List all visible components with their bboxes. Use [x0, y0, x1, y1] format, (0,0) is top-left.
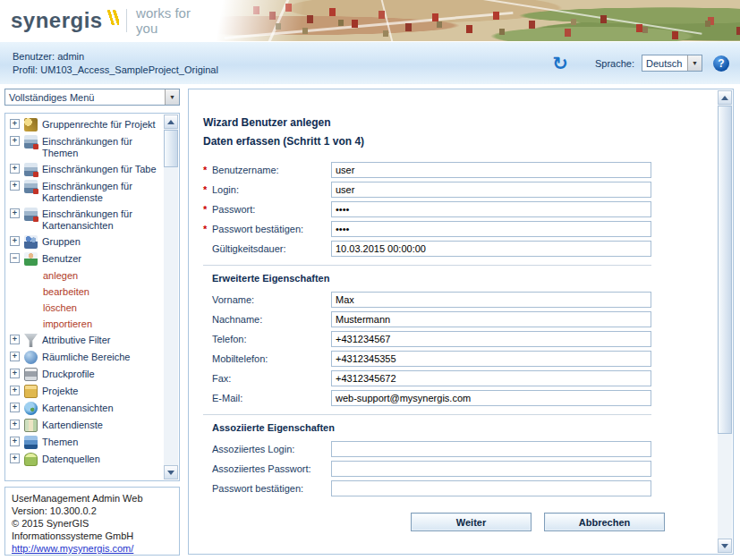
language-select[interactable]: Deutsch ▼	[642, 55, 702, 72]
info-bar-right: ↻ Sprache: Deutsch ▼ ?	[552, 55, 729, 72]
required-marker: *	[203, 204, 212, 215]
expand-icon[interactable]: +	[10, 236, 20, 246]
passwort-input[interactable]	[331, 201, 651, 217]
logo-slash-icon	[106, 10, 119, 25]
required-marker: *	[203, 184, 212, 195]
vorname-input[interactable]	[331, 292, 651, 308]
login-input[interactable]	[331, 182, 651, 198]
permissions-icon	[24, 118, 38, 132]
tree-item-druckprofile[interactable]: + Druckprofile	[6, 366, 164, 383]
expand-icon[interactable]: +	[10, 119, 20, 129]
collapse-icon[interactable]: −	[10, 253, 20, 263]
expand-icon[interactable]: +	[10, 136, 20, 146]
tree-item-benutzer[interactable]: − Benutzer	[6, 250, 164, 267]
field-label: Gültigkeitsdauer:	[212, 243, 331, 254]
nachname-input[interactable]	[331, 311, 651, 327]
main-scrollbar[interactable]	[718, 90, 732, 553]
tree-scrollbar-thumb[interactable]	[164, 130, 178, 167]
form-row-gueltigkeitsdauer: Gültigkeitsdauer:	[203, 241, 653, 257]
button-row: Weiter Abbrechen	[203, 513, 665, 531]
brand: synergis works for you	[0, 0, 213, 41]
tree-item-benutzer-importieren[interactable]: importieren	[6, 316, 164, 332]
tree-item-benutzer-loeschen[interactable]: löschen	[6, 300, 164, 316]
company-link[interactable]: http://www.mysynergis.com/	[12, 543, 133, 554]
tree-scrollbar[interactable]	[164, 115, 178, 479]
refresh-icon[interactable]: ↻	[552, 55, 568, 72]
form-row-login: * Login:	[203, 182, 653, 198]
form-row-passwort-bestaetigen: * Passwort bestätigen:	[203, 221, 653, 237]
tree-item-benutzer-bearbeiten[interactable]: bearbeiten	[6, 284, 164, 300]
tree-item-projekte[interactable]: + Projekte	[6, 383, 164, 400]
wizard-form: Wizard Benutzer anlegen Daten erfassen (…	[189, 89, 718, 554]
main-scrollbar-thumb[interactable]	[718, 106, 732, 434]
form-row-assoziiertes-passwort-bestaetigen: Passwort bestätigen:	[203, 480, 653, 496]
user-icon	[24, 252, 38, 266]
expand-icon[interactable]: +	[10, 369, 20, 378]
profile-value: UM103_Access_SampleProject_Original	[40, 64, 218, 75]
projects-icon	[24, 385, 38, 398]
weiter-button[interactable]: Weiter	[411, 513, 532, 531]
assoziiertes-login-input[interactable]	[331, 441, 651, 457]
form-row-vorname: Vorname:	[203, 292, 653, 308]
field-label: Fax:	[212, 373, 331, 384]
abbrechen-button[interactable]: Abbrechen	[544, 513, 665, 531]
assoziiertes-passwort-input[interactable]	[331, 461, 651, 477]
form-row-mobiltelefon: Mobiltelefon:	[203, 351, 653, 367]
assoziiertes-passwort-bestaetigen-input[interactable]	[331, 480, 651, 496]
expand-icon[interactable]: +	[10, 208, 20, 218]
field-label: Vorname:	[212, 294, 331, 305]
map-street	[467, 0, 702, 34]
expand-icon[interactable]: +	[10, 403, 20, 412]
field-label: Nachname:	[212, 314, 331, 325]
tree-item-benutzer-anlegen[interactable]: anlegen	[6, 267, 164, 284]
tree-item-einschraenkungen-kartendienste[interactable]: + Einschränkungen für Kartendienste	[6, 178, 164, 206]
scroll-up-icon[interactable]	[718, 90, 732, 105]
fax-input[interactable]	[331, 370, 651, 386]
tree-item-gruppen[interactable]: + Gruppen	[6, 233, 164, 250]
telefon-input[interactable]	[331, 331, 651, 347]
expand-icon[interactable]: +	[10, 352, 20, 361]
language-selected-value: Deutsch	[646, 58, 682, 69]
expand-icon[interactable]: +	[10, 181, 20, 191]
tree-item-einschraenkungen-tabellen[interactable]: + Einschränkungen für Tabe	[6, 161, 164, 178]
expand-icon[interactable]: +	[10, 437, 20, 446]
tree-item-themen[interactable]: + Themen	[6, 434, 164, 451]
passwort-bestaetigen-input[interactable]	[331, 221, 651, 237]
tree-item-kartenansichten[interactable]: + Kartenansichten	[6, 400, 164, 417]
menu-dropdown-value: Vollständiges Menü	[9, 92, 94, 103]
field-label: Passwort bestätigen:	[212, 224, 331, 234]
tree-item-einschraenkungen-kartenansichten[interactable]: + Einschränkungen für Kartenansichten	[6, 206, 164, 233]
form-row-benutzername: * Benutzername:	[203, 162, 653, 178]
expand-icon[interactable]: +	[10, 335, 20, 344]
form-row-assoziiertes-login: Assoziiertes Login:	[203, 441, 653, 457]
tree-panel: + Gruppenrechte für Projekt + Einschränk…	[4, 113, 180, 481]
tree-item-gruppenrechte[interactable]: + Gruppenrechte für Projekt	[6, 116, 164, 133]
field-label: Passwort:	[212, 204, 331, 215]
mobiltelefon-input[interactable]	[331, 351, 651, 367]
expand-icon[interactable]: +	[10, 454, 20, 463]
printer-icon	[24, 368, 38, 381]
spatial-areas-icon	[24, 351, 38, 364]
header-map-image	[213, 0, 740, 41]
scroll-down-icon[interactable]	[164, 465, 178, 479]
gueltigkeitsdauer-input[interactable]	[331, 241, 651, 257]
help-icon[interactable]: ?	[713, 55, 729, 72]
content: Vollständiges Menü ▼ + Gruppenrechte für…	[0, 84, 740, 560]
scroll-down-icon[interactable]	[718, 539, 732, 553]
copyright: © 2015 SynerGIS	[12, 517, 173, 530]
required-marker: *	[203, 224, 212, 234]
benutzername-input[interactable]	[331, 162, 651, 178]
page: synergis works for you Benutzer: admin P…	[0, 0, 740, 560]
tree-item-attributive-filter[interactable]: + Attributive Filter	[6, 332, 164, 349]
tree-item-kartendienste[interactable]: + Kartendienste	[6, 417, 164, 434]
form-row-assoziiertes-passwort: Assoziiertes Passwort:	[203, 461, 653, 477]
tree-item-raeumliche-bereiche[interactable]: + Räumliche Bereiche	[6, 349, 164, 366]
email-input[interactable]	[331, 390, 651, 406]
scroll-up-icon[interactable]	[164, 115, 178, 129]
tree-item-datenquellen[interactable]: + Datenquellen	[6, 451, 164, 468]
menu-dropdown[interactable]: Vollständiges Menü ▼	[4, 89, 180, 106]
expand-icon[interactable]: +	[10, 164, 20, 174]
tree-item-einschraenkungen-themen[interactable]: + Einschränkungen für Themen	[6, 133, 164, 161]
expand-icon[interactable]: +	[10, 386, 20, 395]
expand-icon[interactable]: +	[10, 420, 20, 429]
